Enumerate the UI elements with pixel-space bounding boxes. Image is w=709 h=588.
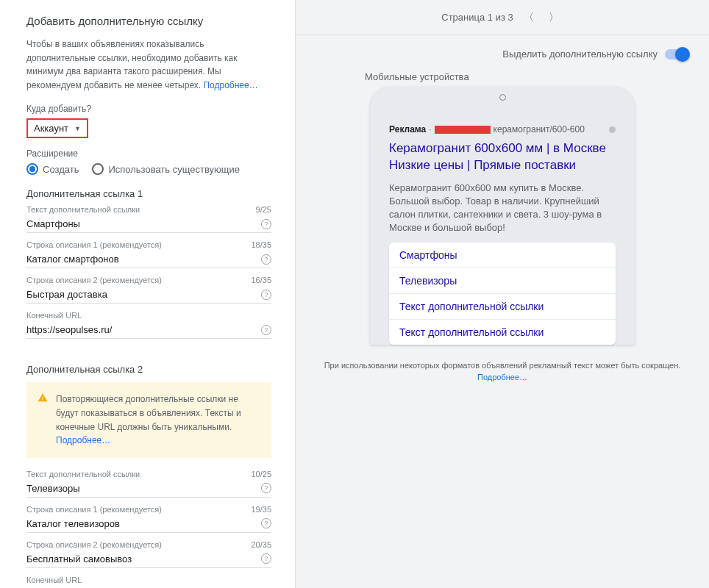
disclaimer-learn-more-link[interactable]: Подробнее… xyxy=(477,373,527,381)
sl1-url-field[interactable]: Конечный URL https://seopulses.ru/ ? xyxy=(26,311,271,339)
phone-speaker-icon xyxy=(499,94,506,101)
preview-pager: Страница 1 из 3 〈 〉 xyxy=(296,0,709,35)
field-value: Каталог телевизоров xyxy=(26,518,120,529)
warning-text: Повторяющиеся дополнительные ссылки не б… xyxy=(56,394,241,431)
help-icon[interactable]: ? xyxy=(261,518,271,528)
account-dropdown[interactable]: Аккаунт ▼ xyxy=(26,118,88,138)
form-panel: Добавить дополнительную ссылку Чтобы в в… xyxy=(0,0,296,588)
preview-sitelink[interactable]: Смартфоны xyxy=(389,243,616,268)
radio-existing[interactable]: Использовать существующие xyxy=(92,163,240,175)
pager-text: Страница 1 из 3 xyxy=(441,12,513,23)
preview-panel: Страница 1 из 3 〈 〉 Выделить дополнитель… xyxy=(296,0,709,588)
sitelinks-list: Смартфоны Телевизоры Текст дополнительно… xyxy=(389,243,616,345)
radio-existing-label: Использовать существующие xyxy=(108,164,240,175)
field-value: https://seopulses.ru/ xyxy=(26,324,112,335)
ad-description: Керамогранит 600х600 мм купить в Москве.… xyxy=(389,182,616,235)
field-value: Каталог смартфонов xyxy=(26,254,119,265)
warning-learn-more-link[interactable]: Подробнее… xyxy=(56,435,110,445)
char-counter: 10/25 xyxy=(251,470,271,478)
help-icon[interactable]: ? xyxy=(261,290,271,300)
field-label: Строка описания 1 (рекомендуется) xyxy=(26,505,162,514)
panel-title: Добавить дополнительную ссылку xyxy=(26,15,271,27)
separator-dot: · xyxy=(429,124,431,135)
disclaimer-text: При использовании некоторых форматов объ… xyxy=(324,361,681,370)
char-counter: 9/25 xyxy=(256,205,271,214)
intro-text: Чтобы в ваших объявлениях показывались д… xyxy=(26,37,271,92)
sl1-desc2-field[interactable]: Строка описания 2 (рекомендуется) 16/35 … xyxy=(26,276,271,304)
field-label: Конечный URL xyxy=(26,576,82,584)
highlight-toggle-row: Выделить дополнительную ссылку xyxy=(296,35,709,67)
chevron-down-icon: ▼ xyxy=(74,125,81,132)
sitelink1-heading: Дополнительная ссылка 1 xyxy=(26,188,271,199)
char-counter: 18/35 xyxy=(251,240,271,249)
radio-create[interactable]: Создать xyxy=(26,163,79,175)
ad-preview-card: Реклама · керамогранит/600-600 Керамогра… xyxy=(379,114,626,345)
help-icon[interactable]: ? xyxy=(261,553,271,564)
preview-disclaimer: При использовании некоторых форматов объ… xyxy=(313,359,691,384)
ad-info-icon xyxy=(609,126,616,133)
sl2-desc2-field[interactable]: Строка описания 2 (рекомендуется) 20/35 … xyxy=(26,540,271,568)
sl1-desc1-field[interactable]: Строка описания 1 (рекомендуется) 18/35 … xyxy=(26,240,271,268)
ad-headline: Керамогранит 600х600 мм | в Москве Низки… xyxy=(389,140,616,174)
help-icon[interactable]: ? xyxy=(261,325,271,335)
toggle-label: Выделить дополнительную ссылку xyxy=(502,49,658,60)
help-icon[interactable]: ? xyxy=(261,483,271,493)
char-counter: 16/35 xyxy=(251,276,271,284)
char-counter: 19/35 xyxy=(251,505,271,514)
sl1-text-field[interactable]: Текст дополнительной ссылки 9/25 Смартфо… xyxy=(26,205,271,233)
field-value: Телевизоры xyxy=(26,483,80,494)
sl2-text-field[interactable]: Текст дополнительной ссылки 10/25 Телеви… xyxy=(26,470,271,498)
radio-create-label: Создать xyxy=(43,164,79,175)
sl2-desc1-field[interactable]: Строка описания 1 (рекомендуется) 19/35 … xyxy=(26,505,271,533)
where-label: Куда добавить? xyxy=(26,104,271,114)
warning-icon xyxy=(37,392,49,403)
radio-icon xyxy=(26,163,38,175)
highlight-toggle[interactable] xyxy=(665,49,688,60)
account-dropdown-value: Аккаунт xyxy=(34,123,68,134)
field-value: Быстрая доставка xyxy=(26,289,107,300)
field-value: Смартфоны xyxy=(26,218,80,229)
device-label: Мобильные устройства xyxy=(365,71,691,82)
help-icon[interactable]: ? xyxy=(261,254,271,265)
preview-sitelink[interactable]: Текст дополнительной ссылки xyxy=(389,320,616,345)
help-icon[interactable]: ? xyxy=(261,219,271,229)
preview-sitelink[interactable]: Телевизоры xyxy=(389,268,616,294)
field-label: Строка описания 2 (рекомендуется) xyxy=(26,276,162,284)
field-label: Текст дополнительной ссылки xyxy=(26,205,140,214)
field-value: Бесплатный самовывоз xyxy=(26,553,132,564)
redacted-domain xyxy=(435,126,491,134)
field-label: Текст дополнительной ссылки xyxy=(26,470,140,478)
field-label: Конечный URL xyxy=(26,311,82,320)
ad-badge: Реклама xyxy=(389,124,426,135)
preview-sitelink[interactable]: Текст дополнительной ссылки xyxy=(389,294,616,320)
field-label: Строка описания 2 (рекомендуется) xyxy=(26,540,162,549)
sl2-url-field[interactable]: Конечный URL https://seopulses.ru/ ? xyxy=(26,576,271,588)
radio-icon xyxy=(92,163,104,175)
ad-display-url: керамогранит/600-600 xyxy=(494,124,585,135)
intro-learn-more-link[interactable]: Подробнее… xyxy=(203,80,257,90)
extension-label: Расширение xyxy=(26,148,271,159)
field-label: Строка описания 1 (рекомендуется) xyxy=(26,240,162,249)
char-counter: 20/35 xyxy=(251,540,271,549)
pager-next-button[interactable]: 〉 xyxy=(544,11,563,24)
sitelink2-heading: Дополнительная ссылка 2 xyxy=(26,364,271,375)
extension-radio-group: Создать Использовать существующие xyxy=(26,163,271,175)
duplicate-warning: Повторяющиеся дополнительные ссылки не б… xyxy=(26,382,271,457)
phone-frame: Реклама · керамогранит/600-600 Керамогра… xyxy=(370,87,635,345)
pager-prev-button[interactable]: 〈 xyxy=(519,11,538,24)
